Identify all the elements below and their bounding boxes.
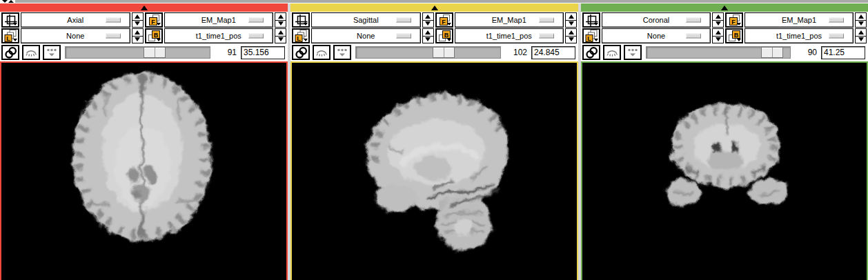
coronal-panel-header-sash[interactable] [581, 3, 868, 12]
option-menu-ridge [686, 18, 701, 23]
view-plane-spinner [422, 12, 434, 28]
spinner-up-button[interactable] [856, 29, 866, 37]
background-volume-spinner [275, 28, 286, 43]
up-arrow-icon [858, 14, 864, 19]
spinner-down-button[interactable] [132, 37, 143, 43]
spinner-up-button[interactable] [423, 13, 433, 21]
background-volume-select[interactable]: t1_time1_pos [455, 28, 564, 43]
background-volume-select[interactable]: t1_time1_pos [744, 28, 854, 43]
linked-circles-icon [4, 46, 17, 59]
foreground-volume-select[interactable]: EM_Map1 [744, 12, 854, 28]
axial-image-canvas[interactable] [0, 61, 288, 280]
spinner-down-button[interactable] [566, 21, 576, 28]
eye-icon [24, 47, 38, 59]
menu-corner-triangle-icon [737, 39, 741, 41]
label-layer-button[interactable]: L [292, 28, 310, 43]
axial-panel-header-sash[interactable] [0, 3, 288, 12]
top-sash-bar[interactable] [15, 0, 868, 3]
label-layer-button[interactable]: L [582, 28, 600, 43]
sagittal-panel-header-sash[interactable] [290, 3, 578, 12]
view-plane-button[interactable] [292, 12, 310, 28]
foreground-volume-button[interactable]: F [725, 12, 743, 28]
options-button[interactable] [43, 45, 61, 60]
sync-cursor-button[interactable] [292, 45, 310, 60]
spinner-up-button[interactable] [566, 13, 576, 21]
spinner-up-button[interactable] [566, 29, 576, 37]
background-volume-button[interactable]: B [435, 28, 453, 43]
foreground-volume-label: EM_Map1 [201, 16, 236, 24]
spinner-up-button[interactable] [423, 29, 433, 37]
spinner-down-button[interactable] [423, 37, 433, 43]
svg-text:L: L [6, 35, 10, 42]
spinner-down-button[interactable] [856, 21, 866, 28]
slice-slider[interactable] [65, 46, 210, 59]
view-plane-select[interactable]: Coronal [602, 12, 711, 28]
up-arrow-icon [716, 30, 721, 34]
options-button[interactable] [333, 45, 351, 60]
spinner-down-button[interactable] [856, 37, 866, 43]
slice-slider[interactable] [355, 46, 501, 59]
slider-thumb[interactable] [433, 47, 455, 58]
foreground-volume-button[interactable]: F [435, 12, 453, 28]
spinner-down-button[interactable] [423, 21, 433, 28]
options-button[interactable] [624, 45, 642, 60]
svg-text:F: F [442, 19, 446, 26]
slice-index-label: 90 [795, 48, 818, 57]
spinner-up-button[interactable] [132, 13, 143, 21]
slice-slider[interactable] [646, 46, 791, 59]
view-plane-select[interactable]: Axial [21, 12, 130, 28]
slice-position-input[interactable] [821, 46, 865, 59]
slice-position-input[interactable] [531, 46, 575, 59]
spinner-up-button[interactable] [275, 29, 286, 37]
slice-position-input[interactable] [241, 46, 285, 59]
svg-text:B: B [734, 32, 739, 39]
sync-cursor-button[interactable] [1, 45, 19, 60]
visibility-button[interactable] [313, 45, 331, 60]
background-volume-spinner [565, 28, 577, 43]
foreground-volume-spinner [855, 12, 867, 28]
menu-corner-triangle-icon [447, 23, 451, 26]
background-volume-button[interactable]: B [145, 28, 163, 43]
spinner-down-button[interactable] [713, 37, 723, 43]
background-volume-button[interactable]: B [725, 28, 743, 43]
dots-menu-icon [335, 47, 349, 58]
spinner-up-button[interactable] [132, 29, 143, 37]
foreground-volume-select[interactable]: EM_Map1 [455, 12, 564, 28]
spinner-down-button[interactable] [275, 37, 286, 43]
sync-cursor-button[interactable] [582, 45, 600, 60]
spinner-down-button[interactable] [713, 21, 723, 28]
spinner-up-button[interactable] [275, 13, 286, 21]
linked-circles-icon [295, 46, 308, 59]
eye-icon [315, 47, 328, 59]
foreground-volume-button[interactable]: F [145, 12, 163, 28]
menu-corner-triangle-icon [737, 23, 741, 26]
slider-thumb[interactable] [761, 47, 783, 58]
view-plane-button[interactable] [582, 12, 600, 28]
clipped-triangle-icon [8, 0, 14, 3]
menu-corner-triangle-icon [157, 23, 161, 26]
foreground-volume-select[interactable]: EM_Map1 [164, 12, 274, 28]
menu-corner-triangle-icon [304, 23, 308, 26]
background-volume-select[interactable]: t1_time1_pos [164, 28, 274, 43]
spinner-down-button[interactable] [132, 21, 143, 28]
overlay-select[interactable]: None [311, 28, 421, 43]
visibility-button[interactable] [22, 45, 40, 60]
overlay-select[interactable]: None [602, 28, 711, 43]
overlay-select[interactable]: None [21, 28, 130, 43]
spinner-up-button[interactable] [713, 13, 723, 21]
spinner-up-button[interactable] [713, 29, 723, 37]
foreground-volume-label: EM_Map1 [782, 16, 816, 24]
visibility-button[interactable] [603, 45, 621, 60]
spinner-down-button[interactable] [275, 21, 286, 28]
coronal-image-canvas[interactable] [581, 61, 868, 280]
coronal-panel: Coronal F EM_Map1 [581, 3, 868, 280]
view-plane-select[interactable]: Sagittal [311, 12, 421, 28]
spinner-down-button[interactable] [566, 37, 576, 43]
slider-thumb[interactable] [144, 47, 166, 58]
foreground-volume-spinner [275, 12, 286, 28]
sagittal-image-canvas[interactable] [290, 61, 578, 280]
up-arrow-icon [858, 30, 864, 34]
view-plane-button[interactable] [1, 12, 19, 28]
spinner-up-button[interactable] [856, 13, 866, 21]
label-layer-button[interactable]: L [1, 28, 19, 43]
